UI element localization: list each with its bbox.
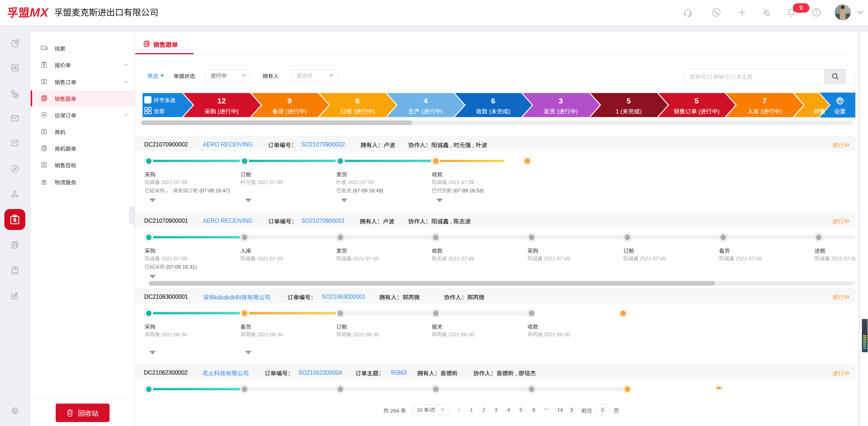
svg-text:9: 9 [287, 97, 292, 105]
svg-text:5: 5 [627, 97, 631, 105]
svg-text:收款 (未完成): 收款 (未完成) [476, 108, 510, 115]
svg-text:7: 7 [762, 97, 767, 105]
svg-text:备货 (进行中): 备货 (进行中) [272, 108, 307, 115]
svg-text:入库 (进行中): 入库 (进行中) [747, 108, 782, 115]
svg-text:5: 5 [694, 97, 699, 105]
svg-text:3: 3 [559, 97, 563, 105]
svg-text:采购 (进行中): 采购 (进行中) [204, 108, 239, 115]
svg-text:销售: 销售 [814, 108, 825, 115]
svg-text:全部: 全部 [154, 108, 164, 114]
svg-text:环节多选: 环节多选 [154, 97, 175, 103]
svg-text:生产 (进行中): 生产 (进行中) [408, 108, 442, 115]
svg-text:发货 (进行中): 发货 (进行中) [543, 108, 578, 115]
svg-text:4: 4 [423, 97, 428, 105]
svg-text:销售订单 (进行中): 销售订单 (进行中) [674, 108, 719, 115]
svg-text:设置: 设置 [834, 108, 846, 115]
svg-text:1 (未完成): 1 (未完成) [616, 108, 642, 115]
svg-text:6: 6 [491, 97, 495, 105]
svg-text:订舱 (进行中): 订舱 (进行中) [340, 108, 375, 115]
svg-text:6: 6 [355, 97, 360, 105]
svg-text:12: 12 [217, 97, 226, 105]
